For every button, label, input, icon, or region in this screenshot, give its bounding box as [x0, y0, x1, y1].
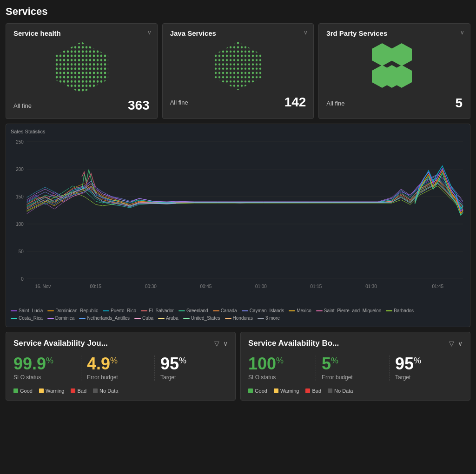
- slo-board-target-value: 95%: [395, 356, 457, 372]
- slo-journey-metric-target: 95% Target: [155, 356, 228, 381]
- service-health-bottom: All fine 363: [13, 98, 150, 113]
- legend-item-saint-pierre: Saint_Pierre_and_Miquelon: [316, 307, 381, 315]
- slo-board-metric-status: 100% SLO status: [248, 356, 316, 381]
- third-party-title: 3rd Party Services: [326, 29, 463, 37]
- slo-board-chevron[interactable]: ∨: [458, 340, 463, 347]
- service-health-status: All fine: [13, 102, 32, 109]
- legend-item-united-states: United_States: [183, 315, 220, 322]
- warning-box: [39, 388, 44, 393]
- slo-board-filter-icon[interactable]: ▽: [449, 340, 454, 347]
- sales-statistics-panel: Sales Statistics 250 200 150 100 50 0 16…: [6, 124, 470, 327]
- slo-board-status-value: 100%: [248, 356, 310, 372]
- slo-board-metric-target: 95% Target: [390, 356, 463, 381]
- slo-board-legend-warning: Warning: [274, 388, 299, 394]
- slo-journey-header: Service Availability Jou... ▽ ∨: [13, 339, 228, 348]
- warning-box-board: [274, 388, 278, 393]
- slo-board-target-label: Target: [395, 374, 457, 381]
- service-health-title: Service health: [13, 29, 150, 37]
- slo-board-legend-bad: Bad: [305, 388, 321, 394]
- legend-item-puerto-rico: Puerto_Rico: [103, 307, 136, 315]
- svg-text:50: 50: [19, 249, 24, 254]
- slo-board-budget-label: Error budget: [322, 374, 383, 381]
- slo-board-metric-budget: 5% Error budget: [316, 356, 390, 381]
- slo-journey-legend-bad: Bad: [71, 388, 86, 394]
- chart-title: Sales Statistics: [11, 129, 465, 134]
- slo-journey-metrics: 99.9% SLO status 4.9% Error budget 95% T…: [13, 356, 228, 381]
- slo-journey-chevron[interactable]: ∨: [223, 340, 228, 347]
- slo-journey-budget-value: 4.9%: [87, 356, 149, 372]
- legend-item-el-salvador: El_Salvador: [141, 307, 174, 315]
- slo-board-icons: ▽ ∨: [449, 340, 463, 347]
- slo-board-title: Service Availability Bo...: [248, 339, 339, 348]
- third-party-hexagon: [326, 41, 463, 92]
- slo-journey-metric-status: 99.9% SLO status: [13, 356, 81, 381]
- svg-text:100: 100: [16, 222, 24, 227]
- svg-text:01:00: 01:00: [255, 284, 267, 289]
- svg-rect-3: [51, 41, 112, 94]
- legend-item-barbados: Barbados: [386, 307, 414, 315]
- good-box: [13, 388, 18, 393]
- java-services-title: Java Services: [170, 29, 306, 37]
- third-party-chevron[interactable]: ∨: [460, 29, 464, 36]
- legend-item-greenland: Greenland: [178, 307, 208, 315]
- svg-text:16. Nov: 16. Nov: [35, 284, 51, 289]
- svg-marker-7: [372, 43, 392, 66]
- legend-item-saint-lucia: Saint_Lucia: [11, 307, 43, 315]
- java-services-card: Java Services ∨ All fine 142: [162, 23, 314, 119]
- service-health-count: 363: [128, 98, 150, 113]
- legend-item-cuba: Cuba: [134, 315, 153, 322]
- svg-text:00:45: 00:45: [200, 284, 212, 289]
- legend-item-dominican-republic: Dominican_Republic: [47, 307, 98, 315]
- slo-journey-legend-warning: Warning: [39, 388, 65, 394]
- service-health-hexagon: [13, 41, 150, 94]
- slo-board-card: Service Availability Bo... ▽ ∨ 100% SLO …: [240, 332, 470, 401]
- good-box-board: [248, 388, 253, 393]
- svg-text:0: 0: [21, 276, 24, 282]
- slo-journey-budget-label: Error budget: [87, 374, 149, 381]
- slo-journey-status-value: 99.9%: [13, 356, 75, 372]
- top-cards: Service health ∨ All fine 363: [6, 23, 470, 119]
- slo-journey-legend: Good Warning Bad No Data: [13, 388, 228, 394]
- legend-item-mexico: Mexico: [289, 307, 311, 315]
- java-services-bottom: All fine 142: [170, 95, 306, 110]
- legend-item-cayman-islands: Cayman_Islands: [242, 307, 284, 315]
- slo-journey-legend-nodata: No Data: [93, 388, 118, 394]
- slo-board-budget-value: 5%: [322, 356, 383, 372]
- legend-item-aruba: Aruba: [158, 315, 178, 322]
- java-services-hexagon: [170, 41, 306, 91]
- legend-item-canada: Canada: [213, 307, 237, 315]
- legend-item-honduras: Honduras: [225, 315, 253, 322]
- nodata-box-board: [328, 388, 332, 393]
- svg-text:01:30: 01:30: [365, 284, 377, 289]
- slo-board-legend: Good Warning Bad No Data: [248, 388, 463, 394]
- svg-text:01:15: 01:15: [311, 284, 322, 289]
- nodata-box: [93, 388, 98, 393]
- service-health-card: Service health ∨ All fine 363: [6, 23, 158, 119]
- legend-item-dominica: Dominica: [47, 315, 75, 322]
- slo-board-legend-good: Good: [248, 388, 267, 394]
- java-services-status: All fine: [170, 99, 188, 106]
- bottom-cards: Service Availability Jou... ▽ ∨ 99.9% SL…: [6, 332, 470, 401]
- slo-journey-filter-icon[interactable]: ▽: [214, 340, 219, 347]
- slo-board-metrics: 100% SLO status 5% Error budget 95% Targ…: [248, 356, 463, 381]
- service-health-chevron[interactable]: ∨: [147, 29, 152, 36]
- slo-journey-target-label: Target: [160, 374, 222, 381]
- page-title: Services: [6, 6, 470, 18]
- java-services-chevron[interactable]: ∨: [304, 29, 308, 36]
- third-party-status: All fine: [326, 100, 344, 107]
- third-party-bottom: All fine 5: [326, 96, 463, 111]
- slo-journey-title: Service Availability Jou...: [13, 339, 108, 348]
- legend-item-costa-rica: Costa_Rica: [11, 315, 43, 322]
- svg-text:01:45: 01:45: [432, 284, 443, 289]
- bad-box-board: [305, 388, 310, 393]
- svg-text:00:15: 00:15: [90, 284, 101, 289]
- slo-board-status-label: SLO status: [248, 374, 310, 381]
- slo-journey-target-value: 95%: [160, 356, 222, 372]
- legend-item-3more[interactable]: 3 more: [258, 315, 280, 322]
- svg-rect-6: [210, 41, 266, 91]
- third-party-card: 3rd Party Services ∨ All fine 5: [318, 23, 470, 119]
- bad-box: [71, 388, 75, 393]
- slo-journey-card: Service Availability Jou... ▽ ∨ 99.9% SL…: [6, 332, 236, 401]
- slo-journey-legend-good: Good: [13, 388, 33, 394]
- java-services-count: 142: [284, 95, 306, 110]
